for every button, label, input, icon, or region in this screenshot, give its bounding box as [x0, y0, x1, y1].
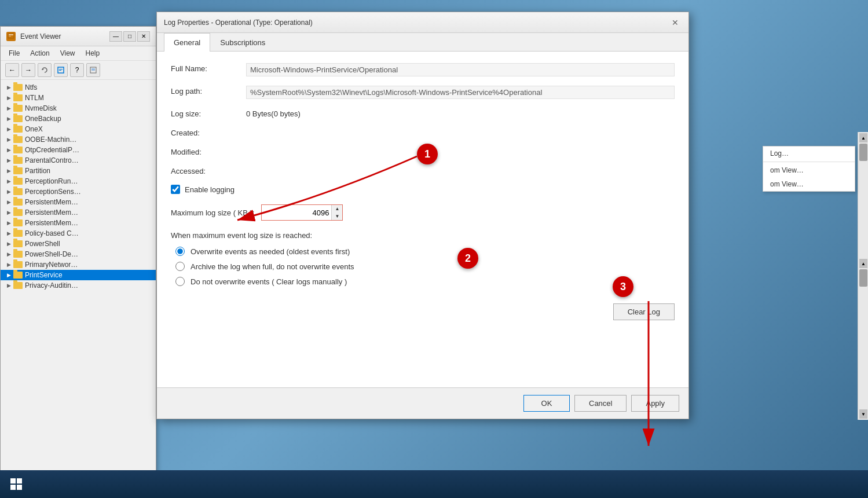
scroll-down2[interactable]: ▼: [859, 409, 867, 419]
context-menu-item-view1[interactable]: om View…: [763, 163, 855, 177]
tree-item-privacy[interactable]: ▶ Privacy-Auditin…: [1, 280, 156, 291]
scroll-thumb2[interactable]: [859, 269, 867, 287]
clear-log-section: Clear Log: [171, 303, 675, 320]
cancel-button[interactable]: Cancel: [574, 395, 627, 412]
max-log-size-input[interactable]: 4096: [262, 205, 331, 220]
created-row: Created:: [171, 127, 675, 137]
accessed-label: Accessed:: [171, 166, 246, 175]
tree-arrow: ▶: [5, 219, 12, 226]
folder-icon: [13, 282, 23, 289]
folder-icon: [13, 240, 23, 247]
tree-arrow: ▶: [5, 115, 12, 122]
tree-item-ntlm[interactable]: ▶ NTLM: [1, 93, 156, 103]
context-menu-item-log[interactable]: Log…: [763, 147, 855, 160]
folder-icon: [13, 126, 23, 133]
tree-item-perceptionrun[interactable]: ▶ PerceptionRun…: [1, 176, 156, 186]
tree-arrow: ▶: [5, 282, 12, 289]
full-name-label: Full Name:: [171, 63, 246, 73]
tree-item-persistentmem2[interactable]: ▶ PersistentMem…: [1, 207, 156, 218]
close-button[interactable]: ✕: [137, 31, 150, 42]
tab-subscriptions[interactable]: Subscriptions: [210, 33, 275, 52]
scroll-thumb[interactable]: [859, 144, 867, 161]
tree-item-powershell[interactable]: ▶ PowerShell: [1, 239, 156, 249]
folder-icon: [13, 115, 23, 122]
scroll-up2[interactable]: ▲: [859, 259, 867, 268]
folder-icon: [13, 261, 23, 268]
tree-item-otpcred[interactable]: ▶ OtpCredentialP…: [1, 145, 156, 155]
tree-item-nvmedisk[interactable]: ▶ NvmeDisk: [1, 103, 156, 113]
max-log-size-input-wrap: 4096 ▲ ▼: [261, 204, 343, 221]
tree-item-onebackup[interactable]: ▶ OneBackup: [1, 113, 156, 124]
log-path-value: %SystemRoot%\System32\Winevt\Logs\Micros…: [246, 86, 675, 99]
folder-icon: [13, 157, 23, 164]
tree-arrow: ▶: [5, 126, 12, 133]
svg-rect-6: [59, 70, 61, 71]
tree-arrow: ▶: [5, 209, 12, 216]
menu-help[interactable]: Help: [81, 47, 105, 59]
menu-action[interactable]: Action: [25, 47, 54, 59]
log-path-label: Log path:: [171, 86, 246, 96]
dialog-footer: OK Cancel Apply: [157, 387, 688, 419]
context-menu-item-view2[interactable]: om View…: [763, 177, 855, 191]
tree-view: ▶ Ntfs ▶ NTLM ▶ NvmeDisk ▶ OneBackup ▶ O…: [1, 80, 156, 478]
folder-icon: [13, 94, 23, 101]
event-viewer-titlebar: Event Viewer — □ ✕: [1, 27, 156, 46]
context-menu-separator: [763, 162, 855, 162]
forward-button[interactable]: →: [21, 63, 35, 77]
tree-item-ntfs[interactable]: ▶ Ntfs: [1, 82, 156, 93]
tree-item-perceptionsens[interactable]: ▶ PerceptionSens…: [1, 186, 156, 197]
radio-no-overwrite[interactable]: [175, 277, 185, 286]
folder-icon: [13, 219, 23, 226]
full-name-row: Full Name: Microsoft-Windows-PrintServic…: [171, 63, 675, 76]
tree-item-powershell-de[interactable]: ▶ PowerShell-De…: [1, 249, 156, 259]
taskbar: [0, 470, 868, 498]
tree-arrow: ▶: [5, 261, 12, 268]
folder-icon-selected: [13, 272, 23, 279]
minimize-button[interactable]: —: [109, 31, 122, 42]
tree-item-parental[interactable]: ▶ ParentalContro…: [1, 155, 156, 166]
help-button[interactable]: ?: [70, 63, 84, 77]
tree-item-persistentmem3[interactable]: ▶ PersistentMem…: [1, 218, 156, 228]
svg-rect-5: [59, 69, 63, 69]
radio-archive[interactable]: [175, 262, 185, 271]
tree-item-onex[interactable]: ▶ OneX: [1, 124, 156, 134]
toolbar: ← → ?: [1, 61, 156, 80]
enable-logging-checkbox[interactable]: [171, 185, 180, 194]
windows-logo: [10, 478, 22, 490]
tree-arrow: ▶: [5, 199, 12, 206]
spinner-down[interactable]: ▼: [332, 213, 342, 220]
refresh-button[interactable]: [38, 63, 52, 77]
folder-icon: [13, 230, 23, 237]
folder-icon: [13, 188, 23, 195]
tree-item-policybased[interactable]: ▶ Policy-based C…: [1, 228, 156, 239]
tab-general[interactable]: General: [164, 33, 210, 52]
menu-view[interactable]: View: [56, 47, 80, 59]
menu-file[interactable]: File: [4, 47, 24, 59]
tree-arrow: ▶: [5, 178, 12, 185]
spinner-up[interactable]: ▲: [332, 205, 342, 213]
back-button[interactable]: ←: [5, 63, 19, 77]
right-scrollbar-2: ▲ ▼: [858, 258, 868, 420]
when-max-label: When maximum event log size is reached:: [171, 231, 675, 240]
tree-arrow: ▶: [5, 94, 12, 101]
export-button[interactable]: [86, 63, 100, 77]
tree-item-partition[interactable]: ▶ Partition: [1, 166, 156, 176]
tree-item-printservice[interactable]: ▶ PrintService: [1, 270, 156, 280]
ok-button[interactable]: OK: [523, 395, 570, 412]
radio-overwrite[interactable]: [175, 247, 185, 256]
event-viewer-icon: [6, 32, 16, 41]
apply-button[interactable]: Apply: [631, 395, 679, 412]
clear-log-button[interactable]: Clear Log: [613, 303, 675, 320]
tree-item-persistentmem1[interactable]: ▶ PersistentMem…: [1, 197, 156, 207]
scroll-up[interactable]: ▲: [859, 133, 867, 142]
radio-overwrite-label: Overwrite events as needed (oldest event…: [191, 247, 350, 256]
folder-icon: [13, 136, 23, 143]
properties-button[interactable]: [54, 63, 68, 77]
tree-item-oobe[interactable]: ▶ OOBE-Machin…: [1, 134, 156, 145]
tree-item-primarynetwork[interactable]: ▶ PrimaryNetwor…: [1, 259, 156, 270]
log-size-value: 0 Bytes(0 bytes): [246, 108, 301, 118]
dialog-titlebar: Log Properties - Operational (Type: Oper…: [157, 12, 688, 33]
maximize-button[interactable]: □: [123, 31, 136, 42]
dialog-close-button[interactable]: ✕: [669, 16, 682, 29]
start-button[interactable]: [5, 473, 28, 496]
